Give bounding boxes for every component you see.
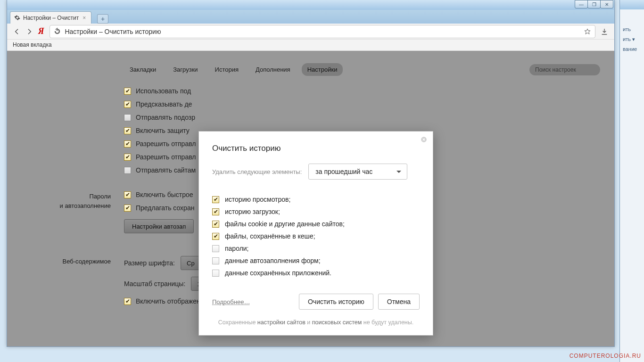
nav-history[interactable]: История — [209, 63, 244, 76]
time-range-select[interactable]: за прошедший час — [308, 164, 407, 180]
clear-option-3[interactable]: ✔файлы, сохранённые в кеше; — [212, 232, 420, 240]
tab-close-icon[interactable]: × — [83, 15, 88, 20]
checkbox-icon: ✔ — [212, 221, 219, 228]
section-label-web: Веб-содержимое — [21, 256, 124, 311]
window-titlebar: — ❐ ✕ — [7, 0, 614, 10]
dialog-title: Очистить историю — [199, 132, 433, 162]
checkbox-label: Разрешить отправл — [136, 140, 196, 148]
clear-option-6[interactable]: ✔данные сохранённых приложений. — [212, 269, 420, 277]
close-window-button[interactable]: ✕ — [600, 0, 613, 8]
privacy-checkbox-0[interactable]: ✔Использовать под — [124, 87, 600, 95]
checkbox-icon: ✔ — [212, 208, 219, 215]
dialog-close-button[interactable] — [420, 135, 428, 144]
checkbox-label: Использовать под — [136, 87, 191, 95]
nav-bookmarks[interactable]: Закладки — [124, 63, 162, 76]
search-settings-input[interactable] — [529, 64, 600, 75]
bookmarks-bar: Новая вкладка — [7, 40, 614, 51]
minimize-button[interactable]: — — [575, 0, 588, 8]
clear-option-1[interactable]: ✔историю загрузок; — [212, 208, 420, 215]
maximize-button[interactable]: ❐ — [587, 0, 601, 8]
toolbar: Я Настройки – Очистить историю — [7, 24, 614, 40]
more-details-link[interactable]: Подробнее… — [212, 298, 250, 305]
watermark: COMPUTEROLOGIA.RU — [570, 353, 641, 359]
bookmark-star-icon[interactable] — [584, 28, 591, 35]
clear-option-4[interactable]: ✔пароли; — [212, 245, 420, 252]
window-controls: — ❐ ✕ — [575, 0, 613, 8]
checkbox-label: Предлагать сохран — [136, 204, 194, 212]
checkbox-label: Отправлять подозр — [136, 114, 195, 121]
checkbox-icon: ✔ — [124, 191, 131, 198]
option-label: пароли; — [225, 245, 249, 252]
checkbox-icon: ✔ — [124, 114, 131, 121]
checkbox-icon: ✔ — [124, 298, 131, 305]
gear-icon — [14, 15, 20, 21]
dialog-options: ✔историю просмотров;✔историю загрузок;✔ф… — [199, 188, 433, 286]
privacy-checkbox-2[interactable]: ✔Отправлять подозр — [124, 114, 600, 121]
dialog-subtitle: Удалить следующие элементы: — [212, 168, 302, 175]
checkbox-icon: ✔ — [124, 205, 131, 212]
option-label: файлы, сохранённые в кеше; — [225, 232, 315, 240]
nav-downloads[interactable]: Загрузки — [167, 63, 203, 76]
checkbox-label: Разрешить отправл — [136, 153, 196, 161]
new-tab-button[interactable]: + — [97, 14, 108, 24]
background-window: ить ить ▾ вание — [619, 0, 644, 362]
settings-nav: Закладки Загрузки История Дополнения Нас… — [124, 63, 600, 76]
dialog-footnote: Сохраненные настройки сайтов и поисковых… — [199, 312, 433, 335]
nav-settings[interactable]: Настройки — [302, 63, 343, 76]
checkbox-icon: ✔ — [212, 196, 219, 203]
tab-title: Настройки – Очистит — [23, 15, 79, 21]
checkbox-label: Отправлять сайтам — [136, 166, 196, 174]
checkbox-label: Включить защиту — [136, 127, 190, 134]
bookmarks-bar-item[interactable]: Новая вкладка — [13, 41, 52, 48]
browser-window: — ❐ ✕ Настройки – Очистит × + Я Настройк… — [7, 0, 615, 347]
page-zoom-label: Масштаб страницы: — [124, 280, 185, 288]
reload-icon[interactable] — [54, 28, 61, 35]
clear-option-5[interactable]: ✔данные автозаполнения форм; — [212, 257, 420, 264]
option-label: файлы cookie и другие данные сайтов; — [225, 220, 345, 228]
tab-strip: Настройки – Очистит × + — [7, 10, 614, 24]
option-label: историю загрузок; — [225, 208, 280, 215]
background-window-fragments: ить ить ▾ вание — [623, 25, 637, 54]
checkbox-icon: ✔ — [124, 154, 131, 161]
checkbox-icon: ✔ — [212, 270, 219, 277]
tab-settings[interactable]: Настройки – Очистит × — [10, 11, 91, 24]
downloads-button[interactable] — [598, 28, 611, 35]
checkbox-icon: ✔ — [212, 233, 219, 240]
checkbox-icon: ✔ — [124, 88, 131, 95]
checkbox-icon: ✔ — [124, 167, 131, 174]
checkbox-icon: ✔ — [212, 245, 219, 252]
clear-option-2[interactable]: ✔файлы cookie и другие данные сайтов; — [212, 220, 420, 228]
yandex-logo-icon[interactable]: Я — [35, 26, 47, 36]
checkbox-icon: ✔ — [124, 140, 131, 148]
checkbox-icon: ✔ — [124, 127, 131, 134]
nav-addons[interactable]: Дополнения — [250, 63, 296, 76]
page-content: Закладки Загрузки История Дополнения Нас… — [7, 51, 614, 346]
address-bar-text: Настройки – Очистить историю — [65, 28, 161, 35]
cancel-button[interactable]: Отмена — [378, 294, 420, 310]
autofill-settings-button[interactable]: Настройки автозап — [124, 219, 194, 233]
checkbox-icon: ✔ — [212, 257, 219, 264]
forward-button[interactable] — [23, 25, 35, 38]
checkbox-label: Предсказывать де — [136, 100, 192, 108]
back-button[interactable] — [11, 25, 23, 38]
address-bar[interactable]: Настройки – Очистить историю — [50, 25, 595, 38]
clear-history-button[interactable]: Очистить историю — [299, 294, 373, 310]
section-label-passwords: Пароли и автозаполнение — [21, 191, 124, 233]
privacy-checkbox-1[interactable]: ✔Предсказывать де — [124, 100, 600, 108]
checkbox-icon: ✔ — [124, 101, 131, 108]
checkbox-label: Включить быстрое — [136, 191, 193, 198]
option-label: данные автозаполнения форм; — [225, 257, 321, 264]
clear-history-dialog: Очистить историю Удалить следующие элеме… — [198, 131, 433, 336]
option-label: данные сохранённых приложений. — [225, 269, 331, 277]
clear-option-0[interactable]: ✔историю просмотров; — [212, 196, 420, 203]
font-size-label: Размер шрифта: — [124, 259, 175, 267]
option-label: историю просмотров; — [225, 196, 290, 203]
